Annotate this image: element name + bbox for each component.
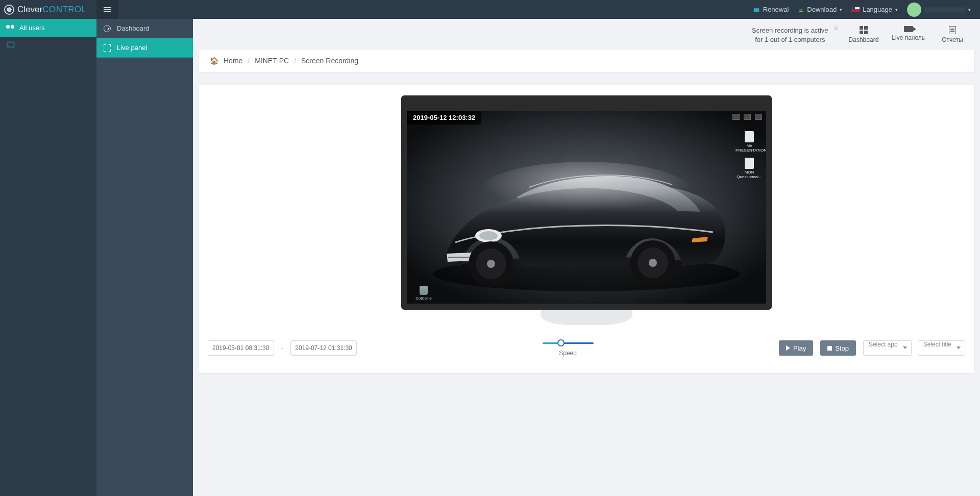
brand-text-2: CONTROL bbox=[42, 5, 87, 15]
chevron-down-icon bbox=[903, 346, 907, 349]
renewal-link[interactable]: Renewal bbox=[753, 6, 789, 13]
recording-screen[interactable]: 2019-05-12 12:03:32 Mé PRESENTATION MON … bbox=[407, 111, 766, 304]
date-to-input[interactable] bbox=[290, 340, 357, 356]
desktop-icon-presentation: Mé PRESENTATION bbox=[736, 131, 763, 153]
tool-live-panel-label: Live панель bbox=[892, 34, 925, 41]
tool-reports-label: Отчеты bbox=[942, 36, 963, 43]
playback-controls: - Speed Play Stop bbox=[199, 333, 974, 363]
breadcrumb-sep: / bbox=[248, 57, 250, 65]
speed-slider[interactable] bbox=[543, 339, 594, 346]
play-label: Play bbox=[793, 344, 806, 352]
select-app-label: Select app bbox=[869, 341, 898, 348]
camera-icon bbox=[904, 26, 913, 32]
stop-label: Stop bbox=[835, 344, 849, 352]
document-icon bbox=[949, 26, 956, 34]
chevron-down-icon: ▾ bbox=[840, 7, 842, 12]
desktop-icon-questionnaire: MON Questionnai... bbox=[736, 158, 763, 179]
desktop-icon-label: Corbeille bbox=[415, 296, 432, 301]
language-menu[interactable]: Language ▾ bbox=[851, 6, 898, 13]
chevron-down-icon: ▾ bbox=[895, 7, 898, 12]
svg-point-5 bbox=[478, 162, 693, 223]
svg-point-11 bbox=[487, 260, 495, 268]
tool-dashboard[interactable]: Dashboard bbox=[849, 26, 879, 43]
wallpaper-image bbox=[407, 111, 766, 304]
avatar bbox=[907, 3, 921, 17]
stop-button[interactable]: Stop bbox=[820, 340, 856, 356]
svg-point-8 bbox=[479, 231, 498, 240]
sidebar-item-all-users[interactable]: All users bbox=[0, 19, 96, 37]
date-from-input[interactable] bbox=[208, 340, 274, 356]
breadcrumb: 🏠 Home / MINET-PC / Screen Recording bbox=[198, 49, 975, 72]
tool-live-panel[interactable]: Live панель bbox=[892, 26, 925, 41]
breadcrumb-home[interactable]: Home bbox=[224, 57, 242, 65]
tool-dashboard-label: Dashboard bbox=[849, 36, 879, 43]
svg-rect-1 bbox=[755, 7, 755, 8]
corners-icon bbox=[104, 44, 111, 52]
user-name bbox=[924, 7, 965, 12]
download-label: Download bbox=[807, 6, 837, 13]
brand-icon bbox=[4, 5, 14, 15]
user-menu[interactable]: ▾ bbox=[907, 3, 971, 17]
play-icon bbox=[786, 345, 790, 351]
flag-us-icon bbox=[851, 7, 860, 12]
monitor-stand bbox=[541, 309, 632, 325]
secondary-sidebar: Dashboard Live panel bbox=[96, 19, 193, 496]
date-range-separator: - bbox=[281, 344, 283, 352]
hamburger-icon bbox=[104, 7, 111, 12]
primary-sidebar: All users bbox=[0, 19, 96, 496]
download-menu[interactable]: Download ▾ bbox=[798, 6, 842, 13]
svg-rect-0 bbox=[753, 8, 759, 12]
top-navbar: CleverCONTROL Renewal Download ▾ Languag… bbox=[0, 0, 980, 19]
speed-label: Speed bbox=[559, 350, 577, 357]
renewal-label: Renewal bbox=[763, 6, 789, 13]
tool-reports[interactable]: Отчеты bbox=[938, 26, 967, 43]
download-icon bbox=[798, 7, 804, 13]
alert-line2: for 1 out of 1 computers bbox=[755, 36, 825, 43]
users-icon bbox=[6, 25, 14, 31]
live-panel-item-label: Live panel bbox=[117, 44, 147, 52]
sidebar-item-live-panel[interactable]: Live panel bbox=[96, 38, 193, 58]
window-close-icon bbox=[755, 114, 762, 120]
chevron-down-icon bbox=[957, 346, 961, 349]
alert-close-button[interactable]: × bbox=[834, 23, 838, 34]
breadcrumb-current: Screen Recording bbox=[301, 57, 358, 65]
sidebar-item-dashboard[interactable]: Dashboard bbox=[96, 19, 193, 38]
sidebar-computer-entry[interactable] bbox=[0, 37, 96, 45]
select-app-dropdown[interactable]: Select app bbox=[863, 340, 912, 356]
select-title-label: Select title bbox=[923, 341, 951, 348]
recording-panel: 2019-05-12 12:03:32 Mé PRESENTATION MON … bbox=[198, 85, 975, 374]
stop-icon bbox=[827, 346, 832, 351]
home-icon: 🏠 bbox=[210, 57, 218, 65]
monitor-preview: 2019-05-12 12:03:32 Mé PRESENTATION MON … bbox=[401, 95, 772, 325]
sidebar-toggle-button[interactable] bbox=[96, 0, 118, 19]
all-users-label: All users bbox=[19, 24, 45, 32]
desktop-icon-label: Mé PRESENTATION bbox=[736, 143, 766, 153]
svg-point-14 bbox=[649, 259, 657, 267]
desktop-icon-corbeille: Corbeille bbox=[410, 286, 437, 301]
slider-thumb[interactable] bbox=[557, 339, 565, 346]
language-label: Language bbox=[863, 6, 892, 13]
play-button[interactable]: Play bbox=[779, 340, 813, 356]
grid-icon bbox=[860, 26, 868, 34]
breadcrumb-sep: / bbox=[294, 57, 296, 65]
select-title-dropdown[interactable]: Select title bbox=[918, 340, 965, 356]
renewal-icon bbox=[753, 6, 760, 13]
breadcrumb-pc[interactable]: MINET-PC bbox=[255, 57, 289, 65]
alert-line1: Screen recording is active bbox=[752, 27, 828, 34]
recording-status-alert: Screen recording is active for 1 out of … bbox=[752, 26, 836, 44]
recording-timestamp: 2019-05-12 12:03:32 bbox=[407, 111, 481, 125]
chevron-down-icon: ▾ bbox=[968, 7, 971, 12]
main-content: Screen recording is active for 1 out of … bbox=[193, 19, 980, 496]
dashboard-item-label: Dashboard bbox=[117, 24, 150, 32]
desktop-icon-label: MON Questionnai... bbox=[737, 170, 762, 179]
window-maximize-icon bbox=[744, 114, 751, 120]
brand-logo[interactable]: CleverCONTROL bbox=[0, 5, 96, 15]
window-minimize-icon bbox=[732, 114, 740, 120]
svg-rect-2 bbox=[757, 7, 757, 8]
page-toolbar: Screen recording is active for 1 out of … bbox=[198, 19, 975, 49]
brand-text-1: Clever bbox=[17, 5, 42, 15]
window-controls bbox=[732, 114, 762, 120]
odometer-icon bbox=[104, 25, 111, 32]
